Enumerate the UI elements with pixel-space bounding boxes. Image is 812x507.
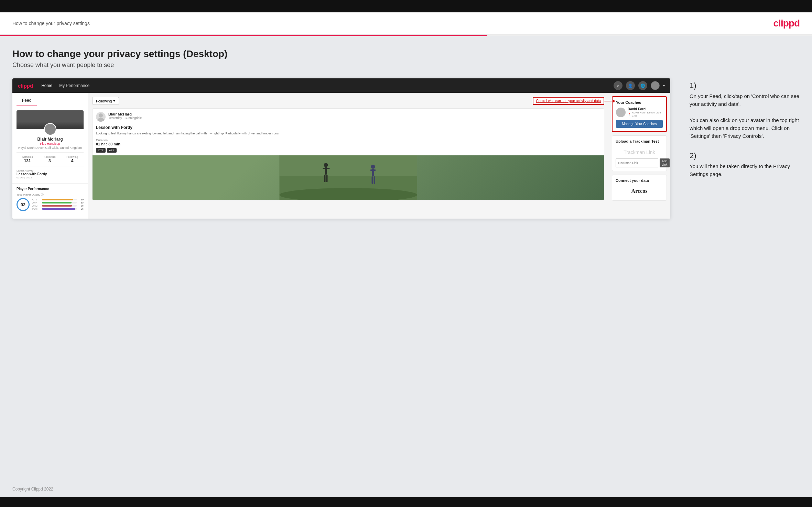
svg-rect-13 <box>372 176 373 184</box>
post-timestamp: Yesterday · Sunningdale <box>108 116 142 120</box>
manage-coaches-button[interactable]: Manage Your Coaches <box>616 120 663 128</box>
trackman-title: Upload a Trackman Test <box>616 139 663 143</box>
feed-header: Following ▾ Control who can see your act… <box>92 97 604 105</box>
post-title: Lesson with Fordy <box>93 125 604 131</box>
page-title: How to change your privacy settings (Des… <box>12 48 800 59</box>
latest-activity: Latest Activity Lesson with Fordy 03 Aug… <box>17 166 84 179</box>
feed-tab[interactable]: Feed <box>17 95 37 106</box>
instructions-panel: 1) On your Feed, click/tap on 'Control w… <box>683 78 800 192</box>
following-button[interactable]: Following ▾ <box>92 97 119 105</box>
post-duration: Duration 01 hr : 30 min <box>93 139 604 148</box>
app-nav: clippd Home My Performance ⌕ 👤 🌐 ▾ <box>12 78 670 93</box>
profile-cover <box>17 110 84 129</box>
post-avatar <box>96 112 106 122</box>
post-description: Looking to feel like my hands are exitin… <box>93 131 604 139</box>
profile-location: Royal North Devon Golf Club, United King… <box>17 146 84 150</box>
footer: Copyright Clippd 2022 <box>0 481 812 497</box>
coach-info: David Ford 📍 Royal North Devon Golf Club <box>628 107 663 117</box>
post-author: Blair McHarg <box>108 112 142 116</box>
connect-title: Connect your data <box>616 178 663 183</box>
quality-bars: OTT 90 APP 85 ARG <box>32 198 84 211</box>
app-nav-logo: clippd <box>18 83 33 89</box>
post-image <box>93 155 604 200</box>
latest-activity-value: Lesson with Fordy <box>17 172 84 176</box>
profile-name: Blair McHarg <box>17 137 84 142</box>
bar-putt: PUTT 96 <box>32 208 84 210</box>
bar-app: APP 85 <box>32 201 84 204</box>
instruction-2-number: 2) <box>690 151 800 160</box>
main-content: How to change your privacy settings (Des… <box>0 36 812 481</box>
annotation-arrowhead <box>613 100 615 102</box>
instruction-1-number: 1) <box>690 81 800 90</box>
globe-icon[interactable]: 🌐 <box>638 81 647 90</box>
profile-card: Blair McHarg Plus Handicap Royal North D… <box>12 106 88 183</box>
profile-stats: Activities 131 Followers 3 Following 4 <box>17 152 84 163</box>
coach-row: David Ford 📍 Royal North Devon Golf Club <box>616 107 663 117</box>
svg-point-1 <box>97 118 104 122</box>
control-link-container: Control who can see your activity and da… <box>533 97 604 105</box>
person-icon[interactable]: 👤 <box>626 81 635 90</box>
coach-name: David Ford <box>628 107 663 111</box>
search-icon[interactable]: ⌕ <box>614 81 622 90</box>
add-link-button[interactable]: Add Link <box>660 158 670 167</box>
stat-activities: Activities 131 <box>22 155 33 163</box>
coaches-title: Your Coaches <box>616 100 663 104</box>
profile-avatar <box>44 123 56 135</box>
stat-followers-label: Followers <box>44 155 55 158</box>
perf-title: Player Performance <box>17 187 84 191</box>
trackman-input-row: Add Link <box>616 158 663 167</box>
coaches-section: Your Coaches David Ford 📍 Royal North De… <box>612 96 667 132</box>
app-nav-icons: ⌕ 👤 🌐 ▾ <box>614 81 665 90</box>
trackman-display: Trackman Link <box>616 146 663 158</box>
perf-quality-label: Total Player Quality ⓘ <box>17 193 84 197</box>
screenshot-mockup: clippd Home My Performance ⌕ 👤 🌐 ▾ <box>12 78 670 219</box>
page-subheading: Choose what you want people to see <box>12 62 800 69</box>
nav-home[interactable]: Home <box>41 83 52 88</box>
arccos-brand: Arccos <box>616 185 663 197</box>
bottom-bar <box>0 497 812 507</box>
svg-rect-12 <box>370 169 376 171</box>
tag-ott: OTT <box>96 148 106 153</box>
control-link[interactable]: Control who can see your activity and da… <box>536 99 601 103</box>
coach-club: 📍 Royal North Devon Golf Club <box>628 111 663 117</box>
stat-following: Following 4 <box>66 155 78 163</box>
connect-section: Connect your data Arccos <box>612 175 667 201</box>
trackman-link-input[interactable] <box>616 158 658 167</box>
instruction-1-text: On your Feed, click/tap on 'Control who … <box>690 92 800 140</box>
latest-activity-label: Latest Activity <box>17 169 84 172</box>
content-row: clippd Home My Performance ⌕ 👤 🌐 ▾ <box>12 78 800 219</box>
post-header: Blair McHarg Yesterday · Sunningdale <box>93 109 604 125</box>
latest-activity-date: 03 Aug 2022 <box>17 176 84 179</box>
svg-rect-4 <box>280 155 417 176</box>
header: How to change your privacy settings clip… <box>0 12 812 35</box>
stat-activities-value: 131 <box>22 158 33 163</box>
user-avatar-nav[interactable] <box>651 81 660 90</box>
stat-activities-label: Activities <box>22 155 33 158</box>
svg-point-10 <box>371 165 375 169</box>
page-heading: How to change your privacy settings (Des… <box>12 48 800 69</box>
feed-post: Blair McHarg Yesterday · Sunningdale Les… <box>92 108 604 200</box>
instruction-2-text: You will then be taken directly to the P… <box>690 162 800 178</box>
logo: clippd <box>773 18 800 29</box>
svg-point-5 <box>324 163 328 167</box>
svg-rect-14 <box>374 176 375 184</box>
trackman-section: Upload a Trackman Test Trackman Link Add… <box>612 135 667 171</box>
stat-followers-value: 3 <box>44 158 55 163</box>
header-title: How to change your privacy settings <box>12 21 90 26</box>
stat-followers: Followers 3 <box>44 155 55 163</box>
stat-following-label: Following <box>66 155 78 158</box>
post-tags: OTT APP <box>93 148 604 155</box>
nav-my-performance[interactable]: My Performance <box>59 83 89 88</box>
app-right-panel: Your Coaches David Ford 📍 Royal North De… <box>608 93 670 219</box>
app-nav-links: Home My Performance <box>41 83 89 88</box>
app-body: Feed Blair McHarg Plus Handicap Royal No… <box>12 93 670 219</box>
profile-badge: Plus Handicap <box>17 142 84 145</box>
post-meta: Blair McHarg Yesterday · Sunningdale <box>108 112 142 120</box>
copyright: Copyright Clippd 2022 <box>12 487 53 492</box>
avatar-dropdown-icon[interactable]: ▾ <box>663 84 665 88</box>
coach-avatar <box>616 108 626 117</box>
svg-point-0 <box>99 113 103 118</box>
svg-rect-7 <box>323 168 330 169</box>
top-bar <box>0 0 812 12</box>
perf-quality-row: 92 OTT 90 APP <box>17 198 84 211</box>
